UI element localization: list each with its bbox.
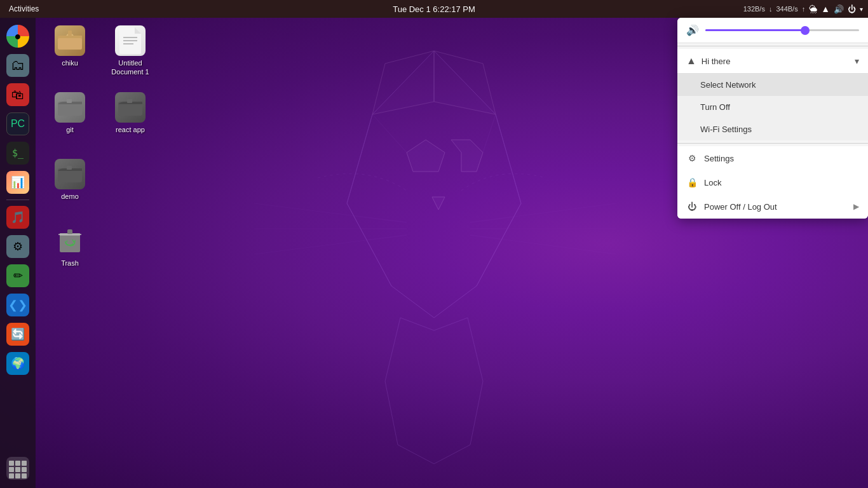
desktop-icon-untitled-doc-label: UntitledDocument 1 bbox=[111, 58, 149, 77]
settings-menu-label: Settings bbox=[704, 154, 734, 163]
dock-separator bbox=[6, 200, 29, 200]
dock-item-system-monitor[interactable]: 📊 bbox=[4, 169, 31, 196]
topbar: Activities Tue Dec 1 6:22:17 PM 132B/s ↓… bbox=[0, 0, 868, 18]
dock-item-terminal[interactable]: $_ bbox=[4, 140, 31, 166]
desktop-icon-demo-label: demo bbox=[61, 192, 79, 201]
wifi-icon[interactable]: ▲ bbox=[821, 4, 830, 14]
lock-menu-label: Lock bbox=[704, 178, 721, 187]
wifi-settings-label: Wi-Fi Settings bbox=[700, 125, 752, 134]
desktop-icon-demo[interactable]: demo bbox=[41, 156, 98, 219]
dock-item-settings[interactable]: ⚙ bbox=[4, 233, 31, 260]
select-network-item[interactable]: Select Network bbox=[677, 74, 868, 96]
home-folder-icon-img bbox=[58, 30, 82, 51]
dock-item-files[interactable]: 🗂 bbox=[4, 52, 31, 79]
svg-rect-29 bbox=[127, 99, 132, 103]
volume-topbar-icon[interactable]: 🔊 bbox=[834, 4, 844, 14]
topbar-right: 132B/s ↓ 344B/s ↑ 🌦 ▲ 🔊 ⏻ ▾ bbox=[743, 4, 868, 14]
system-menu-popup: 🔊 ▲ Hi there ▾ Select Network Turn Off W… bbox=[677, 18, 868, 219]
wifi-menu-icon: ▲ bbox=[686, 55, 696, 67]
desktop-icon-react-app-label: react app bbox=[116, 125, 145, 134]
wifi-name-label: Hi there bbox=[702, 57, 850, 66]
power-off-chevron-icon: ▶ bbox=[853, 202, 859, 211]
trash-icon-img bbox=[58, 228, 81, 254]
power-off-menu-item[interactable]: ⏻ Power Off / Log Out ▶ bbox=[677, 194, 868, 219]
desktop-icon-git[interactable]: git bbox=[41, 89, 98, 152]
react-app-folder-icon-img bbox=[118, 98, 142, 117]
demo-folder-icon-img bbox=[58, 165, 82, 184]
desktop-icon-untitled-doc[interactable]: UntitledDocument 1 bbox=[102, 22, 159, 86]
settings-menu-item[interactable]: ⚙ Settings bbox=[677, 146, 868, 170]
wifi-settings-item[interactable]: Wi-Fi Settings bbox=[677, 118, 868, 140]
wifi-chevron-icon: ▾ bbox=[855, 56, 859, 66]
desktop-icon-git-label: git bbox=[66, 125, 74, 134]
svg-rect-31 bbox=[67, 166, 72, 170]
desktop-icons-area: chiku UntitledDocument 1 bbox=[41, 22, 219, 286]
document-icon-img bbox=[119, 27, 141, 54]
desktop-icon-chiku-label: chiku bbox=[62, 58, 78, 67]
lock-menu-item[interactable]: 🔒 Lock bbox=[677, 170, 868, 194]
git-folder-icon-img bbox=[58, 98, 82, 117]
dock-item-pulse[interactable]: 🎵 bbox=[4, 204, 31, 231]
topbar-left: Activities bbox=[0, 3, 41, 15]
datetime-display: Tue Dec 1 6:22:17 PM bbox=[393, 4, 475, 14]
volume-divider bbox=[677, 46, 868, 46]
download-icon: ↓ bbox=[769, 5, 773, 13]
desktop-icon-trash[interactable]: Trash bbox=[41, 222, 98, 286]
volume-slider-thumb[interactable] bbox=[801, 26, 810, 35]
dock-item-chrome[interactable]: ● bbox=[4, 23, 31, 50]
turn-off-wifi-label: Turn Off bbox=[700, 102, 730, 112]
volume-slider-track[interactable] bbox=[705, 29, 859, 31]
sidebar-dock: ● 🗂 🛍 PC $_ � bbox=[0, 18, 36, 488]
activities-label: Activities bbox=[9, 4, 39, 13]
svg-rect-32 bbox=[60, 233, 80, 252]
cloud-icon: 🌦 bbox=[809, 4, 817, 14]
dock-item-software[interactable]: 🔄 bbox=[4, 321, 31, 348]
upload-icon: ↑ bbox=[802, 5, 806, 13]
show-apps-button[interactable] bbox=[4, 455, 31, 482]
dock-item-pycharm[interactable]: PC bbox=[4, 111, 31, 137]
svg-marker-12 bbox=[385, 318, 483, 464]
dock-item-vscode[interactable]: ❮❯ bbox=[4, 292, 31, 318]
desktop: Activities Tue Dec 1 6:22:17 PM 132B/s ↓… bbox=[0, 0, 868, 488]
wifi-divider bbox=[677, 143, 868, 144]
volume-icon: 🔊 bbox=[686, 24, 699, 36]
desktop-icon-chiku[interactable]: chiku bbox=[41, 22, 98, 86]
select-network-label: Select Network bbox=[700, 80, 756, 90]
power-off-label: Power Off / Log Out bbox=[704, 202, 777, 212]
network-down: 132B/s bbox=[743, 5, 765, 13]
power-topbar-icon[interactable]: ⏻ bbox=[848, 4, 856, 14]
turn-off-wifi-item[interactable]: Turn Off bbox=[677, 96, 868, 118]
topbar-dropdown-arrow[interactable]: ▾ bbox=[860, 6, 863, 13]
settings-menu-icon: ⚙ bbox=[686, 152, 698, 164]
svg-rect-21 bbox=[58, 38, 82, 50]
network-up: 344B/s bbox=[776, 5, 797, 13]
power-menu-icon: ⏻ bbox=[686, 201, 698, 212]
activities-button[interactable]: Activities bbox=[6, 3, 41, 15]
dock-item-text-editor[interactable]: ✏ bbox=[4, 262, 31, 289]
wifi-row[interactable]: ▲ Hi there ▾ bbox=[677, 49, 868, 74]
desktop-icon-react-app[interactable]: react app bbox=[102, 89, 159, 152]
volume-slider-fill bbox=[705, 29, 805, 31]
lock-menu-icon: 🔒 bbox=[686, 177, 698, 188]
topbar-center: Tue Dec 1 6:22:17 PM bbox=[393, 4, 475, 14]
dock-item-browser[interactable]: 🌍 bbox=[4, 350, 31, 377]
desktop-icon-trash-label: Trash bbox=[61, 259, 79, 268]
svg-rect-22 bbox=[68, 30, 72, 36]
svg-rect-27 bbox=[67, 99, 72, 103]
dock-item-appstore[interactable]: 🛍 bbox=[4, 81, 31, 108]
volume-row: 🔊 bbox=[677, 18, 868, 43]
svg-rect-34 bbox=[67, 229, 72, 234]
